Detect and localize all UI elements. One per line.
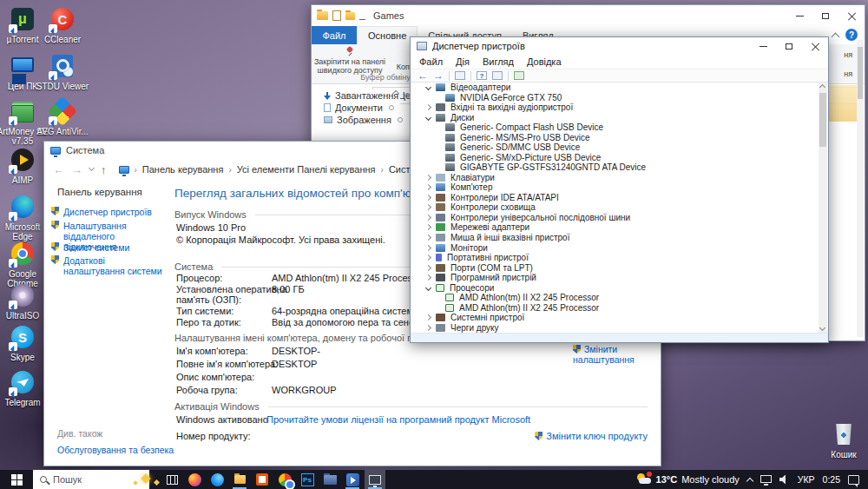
tree-scrollbar[interactable]	[819, 83, 827, 333]
back-icon[interactable]: ←	[53, 163, 64, 176]
menu-action[interactable]: Дія	[456, 56, 470, 67]
desktop-icon-ccleaner[interactable]: C CCleaner	[35, 5, 90, 44]
recent-locations-icon[interactable]	[89, 165, 95, 171]
taskbar-app-chrome[interactable]	[274, 470, 295, 489]
forward-icon[interactable]: →	[433, 71, 444, 80]
tree-item-monitors[interactable]: Монітори	[411, 242, 820, 253]
tree-item-ports[interactable]: Порти (COM та LPT)	[411, 262, 820, 273]
breadcrumb-all-items[interactable]: Усі елементи Панелі керування	[237, 164, 376, 175]
tree-item-mice[interactable]: Миша й інші вказівні пристрої	[411, 233, 820, 243]
show-hidden-icons-icon[interactable]	[746, 477, 753, 484]
tree-item-storage-controllers[interactable]: Контролери сховища	[411, 202, 820, 213]
sidebar-item-system-protection[interactable]: Захист системи	[51, 242, 162, 253]
see-also-link-security[interactable]: Обслуговування та безпека	[57, 445, 174, 455]
tree-item-software-device[interactable]: Програмний пристрій	[411, 273, 820, 283]
nav-item-pictures[interactable]: Зображення	[312, 114, 400, 126]
uac-shield-icon	[573, 345, 581, 354]
scroll-down-icon[interactable]	[819, 325, 825, 331]
file-list-scrollbar[interactable]	[857, 40, 864, 337]
minimize-button[interactable]	[750, 37, 776, 55]
tree-item-disk[interactable]: Generic- SM/xD-Picture USB Device	[411, 153, 820, 163]
taskbar-app-device-manager-active[interactable]	[365, 470, 385, 489]
tree-item-disk[interactable]: GIGABYTE GP-GSTFS31240GNTD ATA Device	[411, 162, 820, 173]
scrollbar-thumb[interactable]	[819, 93, 826, 147]
ide-controller-icon	[436, 194, 445, 202]
menu-help[interactable]: Довідка	[527, 56, 562, 67]
show-console-tree-icon[interactable]	[455, 71, 465, 80]
sidebar-item-device-manager[interactable]: Диспетчер пристроїв	[51, 207, 162, 217]
taskbar-app-folder[interactable]	[319, 470, 340, 489]
menu-view[interactable]: Вигляд	[483, 56, 514, 67]
tree-item-system-devices[interactable]: Системні пристрої	[411, 313, 820, 323]
help-icon[interactable]: ?	[477, 71, 487, 80]
minimize-button[interactable]	[786, 5, 812, 26]
properties-icon[interactable]	[492, 71, 503, 80]
taskbar-app-store[interactable]	[252, 470, 273, 489]
tree-item-gpu[interactable]: NVIDIA GeForce GTX 750	[411, 93, 820, 103]
tree-item-print-queues[interactable]: Черги друку	[411, 322, 820, 333]
change-product-key-link[interactable]: Змінити ключ продукту	[535, 431, 648, 441]
tree-item-processors[interactable]: Процесори	[411, 282, 820, 293]
taskbar-app-firefox[interactable]	[184, 470, 205, 489]
tree-item-cpu[interactable]: AMD Athlon(tm) II X2 245 Processor	[411, 293, 820, 303]
taskbar-app-edge[interactable]	[207, 470, 227, 489]
nav-item-documents[interactable]: Документи	[312, 102, 400, 114]
scroll-up-icon[interactable]	[819, 84, 825, 90]
change-settings-link[interactable]: Змінити налаштування	[573, 344, 648, 365]
tree-item-computer[interactable]: Комп'ютер	[411, 182, 820, 193]
close-button[interactable]	[838, 5, 865, 26]
tree-item-display-adapters[interactable]: Відеоадаптери	[411, 83, 820, 93]
tab-home[interactable]: Основне	[357, 26, 418, 44]
tree-item-audio-io[interactable]: Вхідні та вихідні аудіопристрої	[411, 102, 820, 113]
desktop-icon-stdu-viewer[interactable]: STDU Viewer	[35, 52, 90, 91]
collapse-ribbon-icon[interactable]	[832, 32, 840, 41]
tree-item-disks[interactable]: Диски	[411, 113, 820, 123]
shortcut-arrow-icon	[49, 71, 57, 80]
weather-widget[interactable]: 13°C Mostly cloudy	[636, 473, 740, 486]
tree-item-disk[interactable]: Generic- MS/MS-Pro USB Device	[411, 133, 820, 143]
nav-item-downloads[interactable]: Завантаження	[312, 89, 400, 102]
scan-hardware-icon[interactable]	[514, 71, 524, 80]
tree-item-disk[interactable]: Generic- Compact Flash USB Device	[411, 122, 820, 133]
desktop-icon-recycle-bin[interactable]: Кошик	[816, 420, 868, 459]
tree-item-portable-devices[interactable]: Портативні пристрої	[411, 253, 820, 263]
taskbar-app-photoshop[interactable]: Ps	[297, 470, 318, 489]
language-indicator[interactable]: УКР	[798, 474, 815, 485]
clock[interactable]: 0:25	[823, 474, 840, 485]
tree-item-usb-controllers[interactable]: Контролери універсальної послідовної шин…	[411, 213, 820, 223]
breadcrumb-control-panel[interactable]: Панель керування	[142, 164, 224, 175]
close-button[interactable]	[802, 37, 828, 55]
tree-item-cpu[interactable]: AMD Athlon(tm) II X2 245 Processor	[411, 302, 820, 313]
quick-access-customize-icon[interactable]	[359, 16, 365, 20]
back-icon[interactable]: ←	[418, 71, 428, 80]
taskbar-app-file-explorer[interactable]	[229, 470, 250, 489]
help-icon[interactable]: ?	[845, 29, 858, 41]
volume-icon[interactable]	[779, 474, 790, 485]
tree-item-keyboards[interactable]: Клавіатури	[411, 173, 820, 183]
desktop-icon-avg[interactable]: AVG AntiVir...	[35, 97, 90, 136]
sidebar-item-advanced-settings[interactable]: Додаткові налаштування системи	[51, 255, 162, 276]
up-icon[interactable]: ↑	[101, 163, 107, 176]
quick-access-properties-icon[interactable]	[332, 10, 341, 21]
tree-item-network-adapters[interactable]: Мережеві адаптери	[411, 222, 820, 233]
maximize-button[interactable]	[812, 5, 838, 26]
copyright-text: © Корпорація Майкрософт. Усі права захищ…	[176, 235, 385, 245]
windows-product: Windows 10 Pro	[176, 222, 246, 233]
license-terms-link[interactable]: Прочитайте умови ліцензії на програмний …	[266, 414, 530, 425]
menu-file[interactable]: Файл	[419, 56, 443, 67]
action-center-icon[interactable]	[848, 475, 859, 485]
quick-access-newfolder-icon[interactable]	[345, 12, 355, 20]
device-manager-icon	[369, 475, 381, 485]
tree-item-disk[interactable]: Generic- SD/MMC USB Device	[411, 142, 820, 153]
desktop-icon-label: AVG AntiVir...	[35, 127, 90, 136]
network-icon[interactable]	[760, 475, 772, 483]
maximize-button[interactable]	[776, 37, 802, 55]
games-title-bar: Games	[312, 5, 865, 26]
forward-icon[interactable]: →	[71, 163, 82, 176]
section-header-activation: Активація Windows	[174, 401, 648, 412]
taskbar-app-media-player[interactable]	[342, 470, 363, 489]
start-button[interactable]	[0, 470, 33, 489]
task-view-button[interactable]	[161, 470, 182, 489]
tree-item-ide-controllers[interactable]: Контролери IDE ATA/ATAPI	[411, 193, 820, 203]
tab-file[interactable]: Файл	[312, 26, 357, 44]
